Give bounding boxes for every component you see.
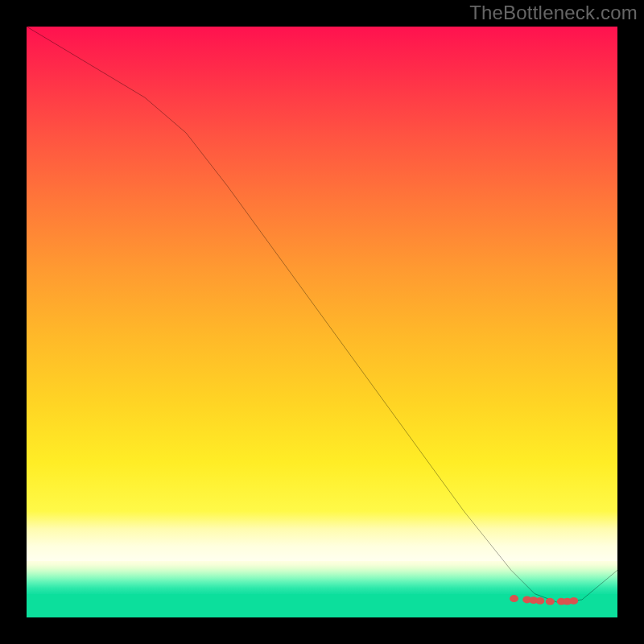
chart-frame: TheBottleneck.com	[0, 0, 644, 644]
watermark-text: TheBottleneck.com	[469, 2, 638, 24]
optimum-marker	[569, 597, 578, 605]
bottleneck-curve	[27, 27, 617, 603]
optimum-marker	[510, 595, 518, 602]
optimum-markers	[510, 595, 578, 605]
curve-layer	[27, 27, 617, 617]
optimum-marker	[535, 597, 544, 605]
plot-area	[27, 27, 617, 617]
optimum-marker	[546, 598, 555, 605]
